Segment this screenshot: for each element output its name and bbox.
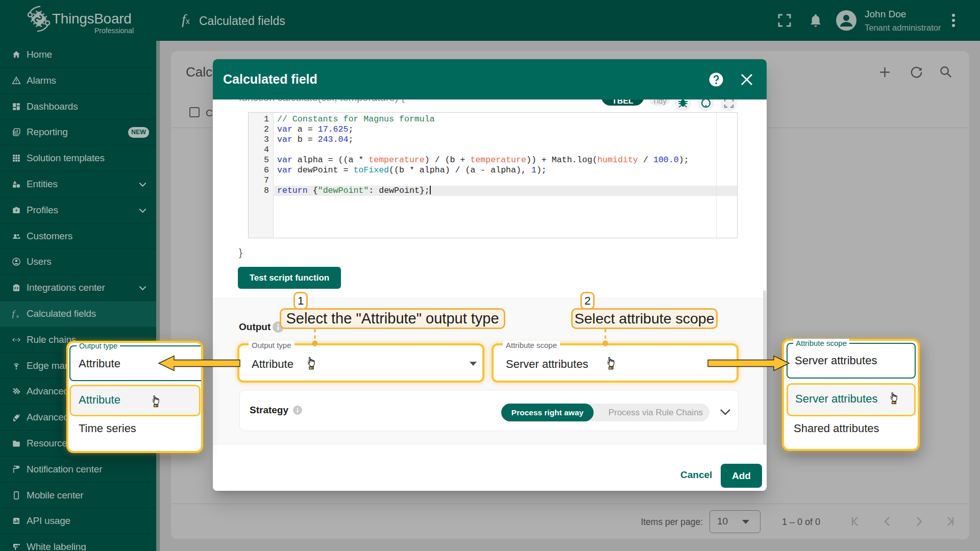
svg-text:x: x (16, 313, 19, 319)
svg-text:f: f (12, 309, 16, 318)
